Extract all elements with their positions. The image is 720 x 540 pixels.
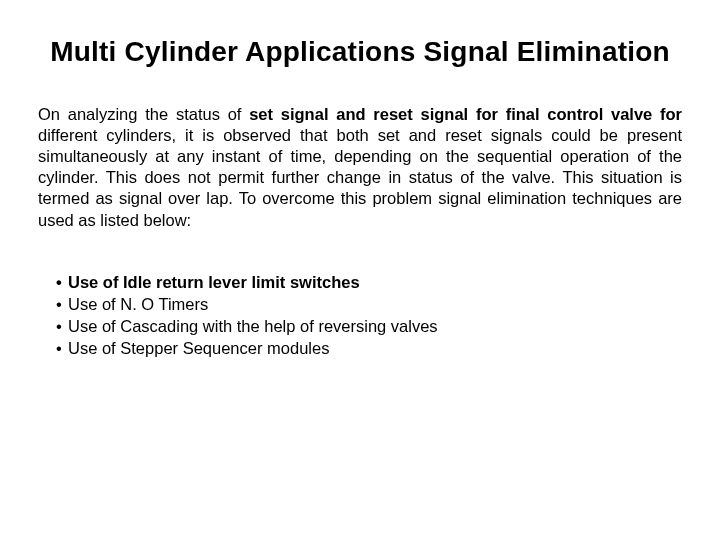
- list-item: •Use of Idle return lever limit switches: [56, 271, 682, 293]
- bullet-text: Use of Idle return lever limit switches: [68, 273, 360, 291]
- list-item: •Use of Stepper Sequencer modules: [56, 337, 682, 359]
- slide-title: Multi Cylinder Applications Signal Elimi…: [38, 36, 682, 68]
- slide: Multi Cylinder Applications Signal Elimi…: [0, 0, 720, 540]
- bullet-icon: •: [56, 315, 68, 337]
- body-paragraph: On analyzing the status of set signal an…: [38, 104, 682, 231]
- list-item: •Use of N. O Timers: [56, 293, 682, 315]
- bullet-text: Use of N. O Timers: [68, 295, 208, 313]
- bullet-text: Use of Stepper Sequencer modules: [68, 339, 329, 357]
- para-bold: set signal and reset signal for final co…: [249, 105, 682, 123]
- bullet-icon: •: [56, 293, 68, 315]
- para-rest: different cylinders, it is observed that…: [38, 126, 682, 228]
- bullet-icon: •: [56, 271, 68, 293]
- bullet-list: •Use of Idle return lever limit switches…: [56, 271, 682, 360]
- bullet-text: Use of Cascading with the help of revers…: [68, 317, 438, 335]
- para-lead: On analyzing the status of: [38, 105, 249, 123]
- bullet-icon: •: [56, 337, 68, 359]
- list-item: •Use of Cascading with the help of rever…: [56, 315, 682, 337]
